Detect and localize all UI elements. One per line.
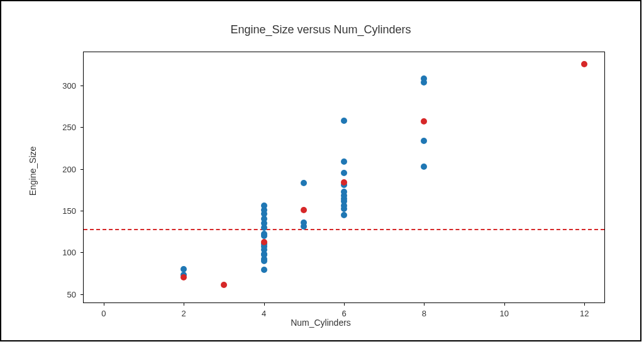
x-tick-label: 12	[580, 309, 589, 318]
chart-title: Engine_Size versus Num_Cylinders	[230, 23, 411, 36]
data-point	[261, 203, 267, 209]
x-axis-label: Num_Cylinders	[291, 318, 351, 328]
data-point	[341, 118, 347, 124]
data-point	[261, 267, 267, 273]
x-tick-label: 8	[422, 309, 426, 318]
x-tick-label: 6	[341, 309, 346, 318]
data-point	[421, 118, 427, 125]
data-point	[180, 266, 187, 272]
y-tick-label: 150	[62, 206, 76, 216]
y-tick-label: 50	[67, 289, 76, 299]
y-tick-label: 250	[62, 123, 76, 132]
mean-line	[84, 229, 604, 230]
data-point	[261, 239, 267, 245]
data-point	[221, 282, 227, 288]
data-point	[421, 75, 427, 82]
data-point	[421, 164, 427, 170]
x-tick-label: 10	[500, 309, 509, 318]
x-tick-label: 4	[262, 309, 266, 318]
data-point	[341, 170, 347, 176]
y-axis-label: Engine_Size	[28, 146, 38, 196]
data-point	[261, 231, 267, 237]
y-tick-label: 100	[62, 248, 76, 257]
data-point	[301, 207, 307, 213]
data-point	[421, 138, 427, 144]
data-point	[341, 179, 347, 186]
x-tick-label: 2	[182, 309, 186, 318]
data-point	[301, 219, 307, 226]
plot-area: 02468101250100150200250300	[83, 52, 605, 303]
data-point	[341, 212, 347, 218]
y-tick-label: 200	[62, 164, 76, 174]
data-point	[341, 158, 347, 165]
data-point	[180, 274, 187, 280]
data-point	[581, 61, 587, 67]
data-point	[301, 180, 307, 186]
chart-container: Engine_Size versus Num_Cylinders Engine_…	[0, 0, 641, 341]
y-tick-label: 300	[62, 81, 76, 91]
x-tick-label: 0	[101, 309, 106, 318]
data-point	[341, 189, 347, 195]
